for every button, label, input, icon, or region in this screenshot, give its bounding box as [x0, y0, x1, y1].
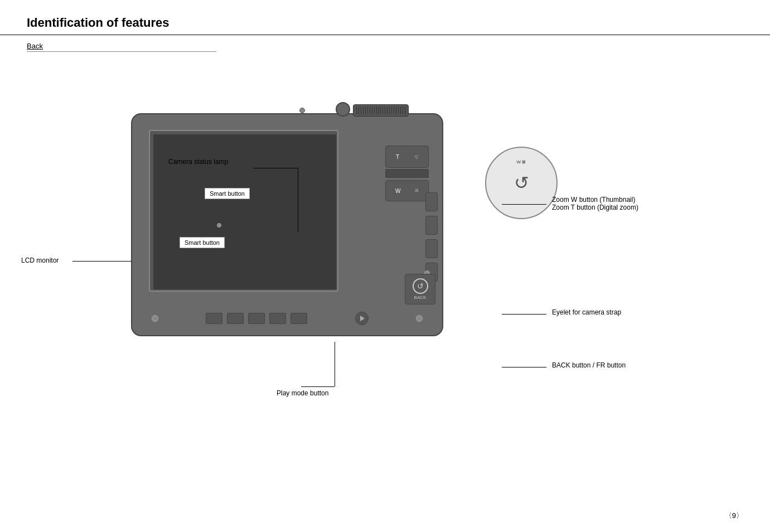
bottom-slots	[206, 313, 307, 324]
page-title: Identification of features	[27, 16, 743, 30]
page-header: Identification of features	[0, 0, 770, 35]
bottom-dot-left	[152, 315, 158, 322]
smart-button-upper-label: Smart button	[205, 188, 250, 199]
bottom-dot-right	[416, 315, 423, 322]
smart-button-lower-label: Smart button	[180, 237, 225, 248]
thumbnail-icon: ⊠	[415, 188, 419, 194]
zoom-arrows-icon: ↺	[514, 172, 529, 194]
camera-status-lamp	[299, 108, 305, 113]
line-zoom-top-h	[502, 204, 546, 205]
bottom-slot-1	[206, 313, 222, 324]
page-number: 〈9〉	[725, 511, 743, 521]
side-button-2[interactable]	[425, 216, 438, 235]
annotation-zoom-w: Zoom W button (Thumbnail) Zoom T button …	[552, 196, 638, 211]
thumb-wheel	[353, 104, 409, 117]
zoom-t-control[interactable]: T Q	[385, 146, 429, 168]
zoom-w-label: W	[395, 188, 400, 194]
line-lcd-h	[72, 261, 132, 262]
section-label: Back	[27, 42, 216, 52]
line-play-h	[301, 386, 335, 387]
zoom-detail-label: W ⊠	[517, 159, 526, 165]
line-play-v	[335, 342, 335, 386]
bottom-slot-4	[269, 313, 286, 324]
lcd-screen	[149, 130, 338, 292]
zoom-detail-circle: W ⊠ ↺	[485, 147, 558, 219]
bottom-strip	[146, 307, 428, 330]
bottom-slot-5	[290, 313, 307, 324]
side-button-3[interactable]	[425, 239, 438, 258]
back-icon	[413, 278, 428, 294]
top-knob	[336, 102, 350, 117]
line-status-lamp-v	[298, 168, 298, 233]
back-button[interactable]: BACK	[405, 274, 435, 304]
play-button[interactable]	[355, 312, 369, 325]
diagram-area: Smart button Smart button T Q W ⊠	[0, 57, 770, 504]
zoom-w-detail-label: W ⊠	[517, 159, 526, 165]
line-back-h	[502, 367, 546, 367]
annotation-camera-status: Camera status lamp	[168, 158, 228, 166]
line-status-lamp-h	[253, 168, 298, 168]
bottom-slot-2	[227, 313, 244, 324]
line-eyelet-h	[502, 314, 546, 315]
zoom-w-control[interactable]: W ⊠	[385, 180, 429, 201]
side-button-1[interactable]	[425, 192, 438, 211]
bottom-slot-3	[248, 313, 265, 324]
annotation-lcd: LCD monitor	[21, 257, 59, 264]
back-label: BACK	[414, 295, 427, 300]
annotation-play-button: Play mode button	[277, 389, 328, 397]
lcd-dot	[217, 223, 221, 228]
zoom-q-label: Q	[415, 154, 418, 160]
annotation-back-button: BACK button / FR button	[552, 361, 626, 369]
annotation-eyelet: Eyelet for camera strap	[552, 308, 621, 316]
camera-body: Smart button Smart button T Q W ⊠	[131, 113, 443, 336]
play-triangle-icon	[360, 316, 365, 321]
zoom-t-label: T	[396, 154, 399, 160]
zoom-detail-inner: W ⊠ ↺	[493, 155, 549, 211]
zoom-slider[interactable]	[385, 169, 429, 178]
